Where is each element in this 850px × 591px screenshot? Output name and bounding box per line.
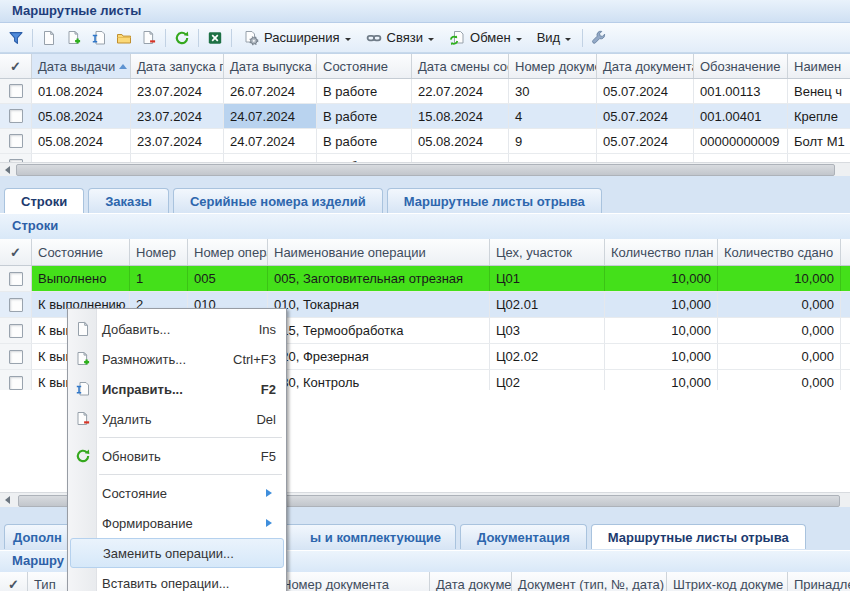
check-column-header[interactable]: ✓ — [0, 239, 32, 265]
column-header-workshop[interactable]: Цех, участок — [490, 239, 605, 265]
exchange-icon — [449, 30, 465, 46]
new-document-icon — [74, 321, 92, 337]
toolbar-separator — [198, 29, 199, 47]
column-header-launch-date[interactable]: Дата запуска п — [131, 54, 224, 78]
tab-documentation[interactable]: Документация — [460, 524, 587, 549]
menu-separator — [99, 474, 282, 475]
scrollbar-thumb[interactable] — [16, 164, 835, 176]
chevron-down-icon — [516, 38, 522, 44]
excel-icon — [207, 30, 223, 46]
filter-button[interactable] — [4, 26, 28, 49]
column-header-barcode[interactable]: Штрих-код докуме — [667, 572, 788, 591]
column-header-op-number[interactable]: Номер опера — [188, 239, 268, 265]
menu-item-state[interactable]: Состояние — [68, 478, 286, 508]
page-title: Маршрутные листы — [12, 3, 141, 18]
toolbar-separator — [165, 29, 166, 47]
exchange-menu-label: Обмен — [470, 30, 511, 45]
tab-orders[interactable]: Заказы — [88, 188, 169, 213]
row-checkbox[interactable] — [9, 84, 23, 98]
row-checkbox-cell[interactable] — [0, 104, 32, 128]
delete-button[interactable] — [137, 26, 161, 49]
detail-tabs: Строки Заказы Серийные номера изделий Ма… — [0, 188, 602, 213]
menu-item-delete[interactable]: Удалить Del — [68, 404, 286, 434]
column-header-belonging[interactable]: Принадлежн — [788, 572, 850, 591]
column-header-release-date[interactable]: Дата выпуска п — [224, 54, 317, 78]
column-header-document[interactable]: Документ (тип, №, дата) — [512, 572, 667, 591]
tab-tear-off-sheets-bottom[interactable]: Маршрутные листы отрыва — [591, 524, 806, 549]
refresh-button[interactable] — [170, 26, 194, 49]
table-row[interactable]: 05.08.202423.07.2024 24.07.2024В работе … — [0, 129, 850, 154]
menu-item-add[interactable]: Добавить... Ins — [68, 314, 286, 344]
menu-item-formation[interactable]: Формирование — [68, 508, 286, 538]
column-header-designation[interactable]: Обозначение — [694, 54, 788, 78]
row-checkbox-cell[interactable] — [0, 292, 32, 317]
table-header-row: ✓ Состояние Номер Номер опера Наименован… — [0, 239, 850, 266]
row-checkbox[interactable] — [9, 298, 23, 312]
scroll-left-arrow[interactable] — [3, 496, 11, 504]
row-checkbox[interactable] — [9, 134, 23, 148]
chevron-down-icon — [565, 38, 571, 44]
column-header-qty-done[interactable]: Количество сдано — [718, 239, 841, 265]
view-menu-label: Вид — [537, 30, 561, 45]
links-menu-button[interactable]: Связи — [359, 26, 441, 49]
horizontal-scrollbar[interactable] — [0, 162, 850, 176]
column-header-state-change-date[interactable]: Дата смены сос — [412, 54, 509, 78]
column-header-qty-plan[interactable]: Количество план — [605, 239, 718, 265]
column-header-state[interactable]: Состояние — [32, 239, 130, 265]
menu-item-edit[interactable]: Исправить... F2 — [68, 374, 286, 404]
tab-lines[interactable]: Строки — [4, 188, 84, 213]
view-menu-button[interactable]: Вид — [530, 26, 579, 49]
column-header-doc-date[interactable]: Дата документа — [430, 572, 512, 591]
column-header-state[interactable]: Состояние — [317, 54, 412, 78]
column-header-doc-number[interactable]: Номер документа — [276, 572, 430, 591]
extensions-menu-label: Расширения — [264, 30, 340, 45]
tab-tear-off-sheets[interactable]: Маршрутные листы отрыва — [387, 188, 602, 213]
column-header-doc-number[interactable]: Номер докуме — [509, 54, 597, 78]
column-header-issue-date[interactable]: Дата выдачи — [32, 54, 131, 78]
refresh-icon — [74, 448, 92, 464]
settings-button[interactable] — [587, 26, 611, 49]
submenu-arrow-icon — [266, 519, 276, 527]
table-row[interactable]: 01.08.202423.07.2024 26.07.2024В работе … — [0, 79, 850, 104]
edit-button[interactable] — [87, 26, 111, 49]
menu-item-duplicate[interactable]: Размножить... Ctrl+F3 — [68, 344, 286, 374]
copy-button[interactable] — [62, 26, 86, 49]
export-excel-button[interactable] — [203, 26, 227, 49]
row-checkbox-cell[interactable] — [0, 129, 32, 153]
row-checkbox[interactable] — [9, 324, 23, 338]
menu-separator — [99, 437, 282, 438]
open-button[interactable] — [112, 26, 136, 49]
row-checkbox-cell[interactable] — [0, 79, 32, 103]
column-header-doc-date[interactable]: Дата документа — [597, 54, 694, 78]
exchange-menu-button[interactable]: Обмен — [442, 26, 529, 49]
column-header-op-name[interactable]: Наименование операции — [268, 239, 490, 265]
table-body: 01.08.202423.07.2024 26.07.2024В работе … — [0, 79, 850, 163]
main-toolbar: Расширения Связи Обмен Вид — [0, 23, 850, 53]
filter-icon — [8, 30, 24, 46]
column-header-number[interactable]: Номер — [130, 239, 188, 265]
tab-serial-numbers[interactable]: Серийные номера изделий — [173, 188, 383, 213]
table-header-row: ✓ Дата выдачи Дата запуска п Дата выпуск… — [0, 54, 850, 79]
row-checkbox-cell[interactable] — [0, 266, 32, 291]
add-button[interactable] — [37, 26, 61, 49]
menu-item-refresh[interactable]: Обновить F5 — [68, 441, 286, 471]
column-header-name[interactable]: Наимен — [788, 54, 850, 78]
scroll-left-arrow[interactable] — [3, 166, 11, 174]
row-checkbox-cell[interactable] — [0, 344, 32, 369]
extensions-menu-button[interactable]: Расширения — [236, 26, 358, 49]
menu-item-replace-operations[interactable]: Заменить операции... — [70, 538, 284, 568]
row-checkbox[interactable] — [9, 109, 23, 123]
table-row-selected[interactable]: 05.08.202423.07.2024 24.07.2024В работе … — [0, 104, 850, 129]
table-row-done[interactable]: Выполнено1 005005, Заготовительная отрез… — [0, 266, 850, 292]
chain-links-icon — [366, 30, 382, 46]
check-column-header[interactable]: ✓ — [0, 54, 32, 78]
copy-document-icon — [66, 30, 82, 46]
row-checkbox[interactable] — [9, 272, 23, 286]
menu-item-insert-operations[interactable]: Вставить операции... — [68, 568, 286, 591]
row-checkbox-cell[interactable] — [0, 318, 32, 343]
window-title-bar: Маршрутные листы — [0, 0, 850, 23]
row-checkbox[interactable] — [9, 376, 23, 390]
row-checkbox[interactable] — [9, 350, 23, 364]
focused-cell[interactable]: 24.07.2024 — [224, 104, 317, 128]
check-column-header[interactable]: ✓ — [0, 572, 28, 591]
